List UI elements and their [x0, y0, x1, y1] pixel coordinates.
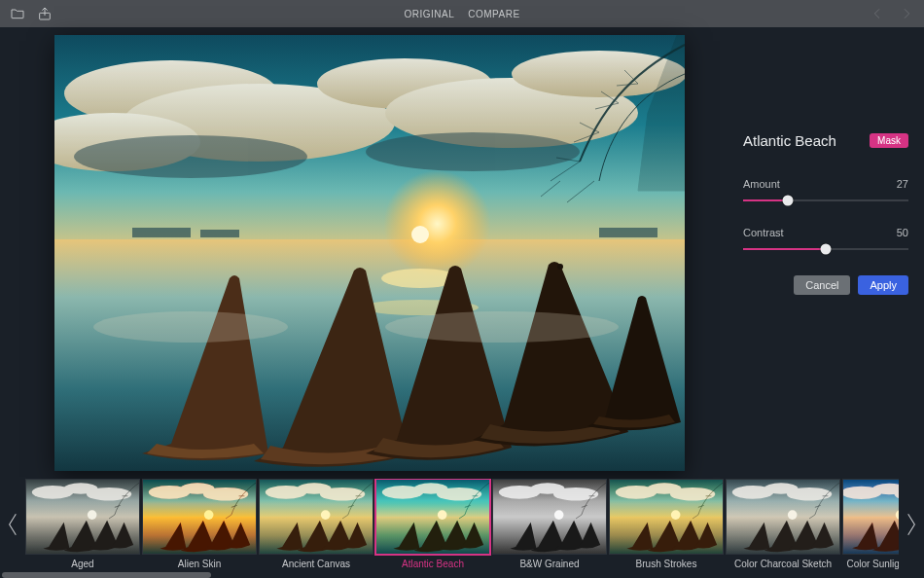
effect-thumb[interactable]: Aged	[25, 479, 140, 569]
effects-filmstrip: Aged	[0, 477, 924, 571]
effect-thumb-image	[25, 479, 140, 555]
tab-original[interactable]: ORIGINAL	[404, 9, 454, 19]
effect-thumb[interactable]: Ancient Canvas	[259, 479, 373, 569]
svg-rect-41	[260, 480, 373, 554]
effect-thumb-image	[842, 479, 899, 555]
effect-thumb-label: Color Sunlight Spots	[842, 555, 899, 569]
effect-thumb-label: Alien Skin	[142, 555, 257, 569]
effect-thumb-image	[142, 479, 257, 555]
svg-rect-62	[610, 480, 723, 554]
slider-track[interactable]	[743, 194, 908, 207]
slider-track[interactable]	[743, 242, 908, 256]
svg-point-18	[557, 264, 563, 270]
slider-label: Amount	[743, 178, 780, 190]
effect-thumb[interactable]: Brush Strokes	[609, 479, 724, 569]
svg-rect-76	[843, 480, 899, 554]
slider-amount: Amount27	[743, 178, 908, 207]
svg-rect-48	[376, 480, 489, 554]
svg-rect-27	[26, 480, 139, 554]
filmstrip-prev-button[interactable]	[0, 481, 25, 568]
effect-thumb[interactable]: Color Sunlight Spots	[842, 479, 899, 569]
slider-value: 50	[897, 227, 908, 238]
effect-thumb[interactable]: B&W Grained	[492, 479, 607, 569]
effect-thumb-image	[492, 479, 607, 555]
effect-thumb-image	[609, 479, 724, 555]
slider-label: Contrast	[743, 227, 784, 238]
top-toolbar: ORIGINAL COMPARE	[0, 0, 924, 27]
svg-point-19	[93, 311, 288, 343]
effect-thumb[interactable]: Color Charcoal Sketch	[726, 479, 840, 569]
svg-rect-14	[200, 230, 239, 237]
filmstrip-next-button[interactable]	[899, 481, 924, 568]
effect-thumb[interactable]: Alien Skin	[142, 479, 257, 569]
horizontal-scrollbar[interactable]	[2, 572, 211, 578]
svg-point-12	[411, 226, 429, 243]
svg-point-20	[385, 311, 619, 343]
svg-rect-34	[143, 480, 256, 554]
effect-thumb-label: Atlantic Beach	[375, 555, 490, 569]
effect-thumb-label: Brush Strokes	[609, 555, 724, 569]
slider-value: 27	[897, 178, 908, 190]
slider-thumb[interactable]	[782, 196, 793, 206]
tab-compare[interactable]: COMPARE	[468, 9, 519, 19]
svg-rect-69	[727, 480, 839, 554]
effect-thumb-label: Aged	[25, 555, 140, 569]
effect-thumb-label: Color Charcoal Sketch	[726, 555, 840, 569]
cancel-button[interactable]: Cancel	[794, 275, 850, 295]
slider-thumb[interactable]	[821, 244, 832, 255]
effect-thumb-label: Ancient Canvas	[259, 555, 373, 569]
slider-contrast: Contrast50	[743, 227, 908, 256]
effect-thumb-image	[259, 479, 373, 555]
apply-button[interactable]: Apply	[858, 275, 908, 295]
svg-rect-15	[599, 228, 657, 237]
svg-point-9	[74, 135, 307, 178]
effect-title: Atlantic Beach	[743, 132, 836, 149]
mask-button[interactable]: Mask	[870, 133, 908, 148]
effect-thumb[interactable]: Atlantic Beach	[375, 479, 490, 569]
svg-rect-13	[132, 228, 191, 237]
effect-thumb-image	[726, 479, 840, 555]
image-preview[interactable]	[54, 35, 685, 471]
effect-panel: Atlantic Beach Mask Amount27Contrast50 C…	[710, 27, 924, 477]
effect-thumb-label: B&W Grained	[492, 555, 607, 569]
effect-thumb-image	[375, 479, 490, 555]
